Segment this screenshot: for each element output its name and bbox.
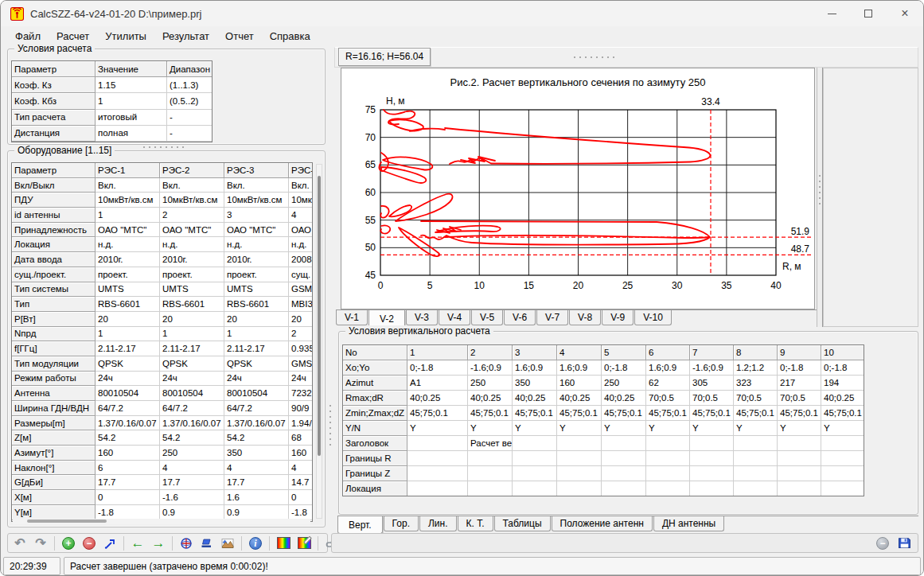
- grid-cell[interactable]: 70;0.5: [734, 391, 778, 406]
- menu-item-Отчет[interactable]: Отчет: [217, 28, 262, 45]
- undo-button[interactable]: ↶: [11, 535, 29, 551]
- grid-cell[interactable]: 24ч: [160, 372, 224, 387]
- grid-cell[interactable]: 0;-1.8: [778, 360, 821, 376]
- grid-cell[interactable]: 40;0.25: [513, 391, 557, 406]
- grid-cell[interactable]: 0.935: [289, 341, 313, 356]
- grid-cell[interactable]: 80010504: [160, 386, 224, 401]
- grid-cell[interactable]: 350: [224, 446, 289, 461]
- tab-К. Т.[interactable]: К. Т.: [458, 516, 493, 531]
- grid-cell[interactable]: 64/7.2: [96, 401, 160, 416]
- grid-cell[interactable]: QPSK: [224, 356, 289, 372]
- grid-cell[interactable]: 70;0.5: [778, 391, 821, 406]
- grid-cell[interactable]: 64/7.2: [224, 401, 289, 416]
- grid-cell[interactable]: 2008г.: [289, 252, 313, 267]
- grid-cell[interactable]: QPSK: [160, 356, 224, 372]
- grid-cell[interactable]: Вкл.: [224, 178, 289, 193]
- tab-V-4[interactable]: V-4: [439, 310, 470, 325]
- grid-cell[interactable]: 54.2: [224, 430, 289, 446]
- grid-cell[interactable]: 2: [289, 327, 313, 342]
- grid-cell[interactable]: 0;-1.8: [602, 360, 646, 376]
- grid-cell[interactable]: 250: [468, 376, 513, 391]
- grid-cell[interactable]: 20: [96, 312, 160, 327]
- grid-cell[interactable]: GSM-: [289, 282, 313, 298]
- grid-cell[interactable]: 323: [734, 376, 778, 391]
- menu-item-Утилиты[interactable]: Утилиты: [97, 28, 154, 45]
- prev-button[interactable]: ←: [129, 535, 146, 551]
- grid-cell[interactable]: 2010г.: [160, 252, 224, 267]
- menu-item-Файл[interactable]: Файл: [7, 28, 49, 45]
- grid-cell[interactable]: [821, 436, 864, 451]
- grid-cell[interactable]: проект.: [224, 267, 289, 282]
- grid-cell[interactable]: 4: [160, 461, 224, 476]
- grid-cell[interactable]: 1.37/0.16/0.07: [160, 416, 224, 431]
- grid-cell[interactable]: [468, 481, 513, 496]
- maximize-button[interactable]: [850, 1, 887, 26]
- grid-cell[interactable]: н.д.: [160, 237, 224, 252]
- remove-button[interactable]: −: [80, 535, 98, 551]
- grid-cell[interactable]: [407, 466, 468, 481]
- grid-cell[interactable]: [557, 481, 602, 496]
- vertical-section-plot[interactable]: 051015202530354045505560657075Н, мR, м33…: [341, 68, 814, 309]
- grid-cell[interactable]: 24ч: [224, 372, 289, 387]
- grid-cell[interactable]: 40;0.25: [468, 391, 513, 406]
- grid-cell[interactable]: 40;0.25: [602, 391, 646, 406]
- grid-cell[interactable]: GMSK: [289, 356, 313, 372]
- grid-cell[interactable]: н.д.: [289, 237, 313, 252]
- grid-cell[interactable]: 20: [160, 312, 224, 327]
- grid-cell[interactable]: Вкл.: [96, 178, 160, 193]
- grid-cell[interactable]: 2.11-2.17: [224, 341, 289, 356]
- grid-cell[interactable]: (1..1.3): [167, 77, 212, 93]
- tab-V-8[interactable]: V-8: [569, 310, 601, 325]
- grid-cell[interactable]: полная: [96, 126, 167, 142]
- grid-cell[interactable]: [513, 466, 557, 481]
- grid-cell[interactable]: [734, 466, 778, 481]
- grid-cell[interactable]: 17.7: [160, 475, 224, 490]
- grid-cell[interactable]: 10мкВт/кв.см: [289, 193, 313, 208]
- grid-cell[interactable]: -: [167, 110, 212, 126]
- screen-button[interactable]: [198, 535, 216, 551]
- tab-Лин.[interactable]: Лин.: [419, 516, 457, 531]
- grid-cell[interactable]: 1: [96, 327, 160, 342]
- grid-cell[interactable]: ОАО "МТС": [160, 223, 224, 238]
- grid-cell[interactable]: [690, 481, 734, 496]
- grid-cell[interactable]: [734, 436, 778, 451]
- redo-button[interactable]: ↷: [32, 535, 49, 551]
- grid-cell[interactable]: 1: [160, 327, 224, 342]
- grid-cell[interactable]: 70;0.5: [690, 391, 734, 406]
- grid-cell[interactable]: 45;75;0.1: [734, 406, 778, 421]
- grid-cell[interactable]: -1.6: [160, 490, 224, 505]
- grid-cell[interactable]: 250: [160, 446, 224, 461]
- menu-item-Справка[interactable]: Справка: [262, 28, 318, 45]
- tab-V-3[interactable]: V-3: [406, 310, 438, 325]
- grid-cell[interactable]: 2: [160, 208, 224, 223]
- grid-cell[interactable]: 2010г.: [96, 252, 160, 267]
- grid-cell[interactable]: 45;75;0.1: [690, 406, 734, 421]
- tab-V-10[interactable]: V-10: [634, 310, 672, 325]
- grid-cell[interactable]: -1.6;0.9: [690, 360, 734, 376]
- grid-cell[interactable]: 1.37/0.16/0.07: [96, 416, 160, 431]
- grid-cell[interactable]: [821, 466, 864, 481]
- grid-cell[interactable]: 90/9: [289, 401, 313, 416]
- grid-cell[interactable]: 1.94/: [289, 416, 313, 431]
- grid-cell[interactable]: 250: [602, 376, 646, 391]
- grid-cell[interactable]: 45;75;0.1: [468, 406, 513, 421]
- grid-cell[interactable]: 1.2;1.2: [734, 360, 778, 376]
- scrollbar-thumb[interactable]: [27, 520, 107, 523]
- grid-cell[interactable]: -1.8: [96, 505, 160, 520]
- globe-button[interactable]: [177, 535, 195, 551]
- grid-cell[interactable]: [557, 436, 602, 451]
- equipment-vertical-scrollbar[interactable]: [316, 164, 322, 519]
- grid-cell[interactable]: RBS-6601: [160, 297, 224, 312]
- grid-cell[interactable]: 10мкВт/кв.см: [224, 193, 289, 208]
- grid-cell[interactable]: [646, 481, 690, 496]
- close-button[interactable]: ×: [887, 1, 923, 26]
- grid-cell[interactable]: проект.: [96, 267, 160, 282]
- grid-cell[interactable]: QPSK: [96, 356, 160, 372]
- grid-cell[interactable]: [690, 466, 734, 481]
- palette-edit-button[interactable]: [295, 535, 313, 551]
- grid-cell[interactable]: [690, 451, 734, 466]
- grid-cell[interactable]: 45;75;0.1: [513, 406, 557, 421]
- grid-cell[interactable]: Y: [646, 421, 690, 436]
- grid-cell[interactable]: 1.6;0.9: [646, 360, 690, 376]
- grid-cell[interactable]: 70;0.5: [646, 391, 690, 406]
